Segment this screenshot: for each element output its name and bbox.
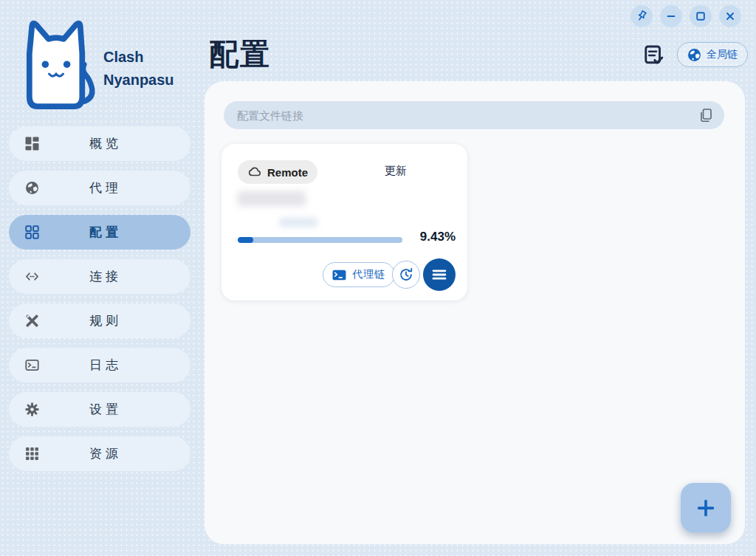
profile-type-label: Remote	[267, 166, 308, 179]
profile-card[interactable]: Remote 更新 9.43% 代理链	[221, 144, 467, 301]
app-title: Clash Nyanpasu	[103, 46, 174, 92]
app-title-line1: Clash	[103, 46, 174, 69]
profile-name-blurred	[238, 191, 306, 206]
terminal-icon	[25, 358, 39, 372]
minimize-button[interactable]	[660, 5, 682, 27]
globe-icon	[25, 181, 39, 195]
maximize-icon	[694, 10, 707, 23]
pin-button[interactable]	[630, 5, 653, 27]
main-panel: Remote 更新 9.43% 代理链	[205, 81, 745, 544]
page-title: 配置	[209, 34, 271, 75]
global-chain-button[interactable]: 全局链	[677, 42, 748, 67]
sidebar-item-profiles[interactable]: 配置	[9, 215, 190, 250]
sidebar-item-resources[interactable]: 资源	[9, 436, 190, 471]
gear-icon	[25, 402, 39, 416]
sidebar-item-logs[interactable]: 日志	[9, 348, 190, 382]
sidebar-nav: 概览 代理 配置 连接	[9, 126, 190, 471]
profile-url-input[interactable]	[224, 101, 724, 129]
app-title-line2: Nyanpasu	[103, 69, 174, 92]
update-label[interactable]: 更新	[385, 164, 407, 178]
progress-bar	[238, 237, 402, 243]
sidebar-item-rules[interactable]: 规则	[9, 303, 190, 338]
pin-icon	[635, 10, 648, 23]
connections-icon	[25, 270, 39, 284]
close-button[interactable]	[719, 5, 741, 27]
menu-icon	[431, 267, 447, 283]
minimize-icon	[664, 10, 678, 23]
copy-icon	[698, 108, 713, 123]
menu-button[interactable]	[423, 258, 456, 291]
sidebar-item-connections[interactable]: 连接	[9, 259, 190, 294]
sidebar-item-settings[interactable]: 设置	[9, 392, 190, 427]
maximize-button[interactable]	[690, 5, 712, 27]
refresh-clock-icon	[399, 267, 413, 282]
runtime-config-button[interactable]	[642, 43, 667, 68]
refresh-button[interactable]	[392, 261, 420, 289]
close-icon	[724, 10, 737, 23]
progress-percent: 9.43%	[420, 230, 456, 244]
globe-icon	[687, 48, 701, 62]
document-check-icon	[643, 44, 665, 66]
terminal-icon	[332, 270, 346, 281]
sidebar-item-proxies[interactable]: 代理	[9, 171, 190, 205]
proxy-chain-button[interactable]: 代理链	[323, 262, 395, 287]
profile-url-field	[224, 101, 724, 129]
cat-logo-icon	[15, 13, 97, 113]
tools-icon	[25, 314, 39, 328]
paste-button[interactable]	[696, 106, 715, 125]
apps-grid-icon	[25, 447, 39, 461]
progress-fill	[238, 237, 253, 243]
cloud-icon	[247, 165, 262, 179]
plus-icon	[695, 497, 717, 519]
sidebar-item-overview[interactable]: 概览	[9, 126, 190, 161]
profile-meta-blurred	[279, 218, 317, 227]
global-chain-label: 全局链	[707, 48, 738, 61]
profile-type-chip: Remote	[238, 160, 317, 184]
proxy-chain-label: 代理链	[352, 268, 385, 281]
add-profile-button[interactable]	[681, 483, 731, 532]
dashboard-icon	[25, 137, 39, 151]
grid-icon	[25, 225, 39, 239]
